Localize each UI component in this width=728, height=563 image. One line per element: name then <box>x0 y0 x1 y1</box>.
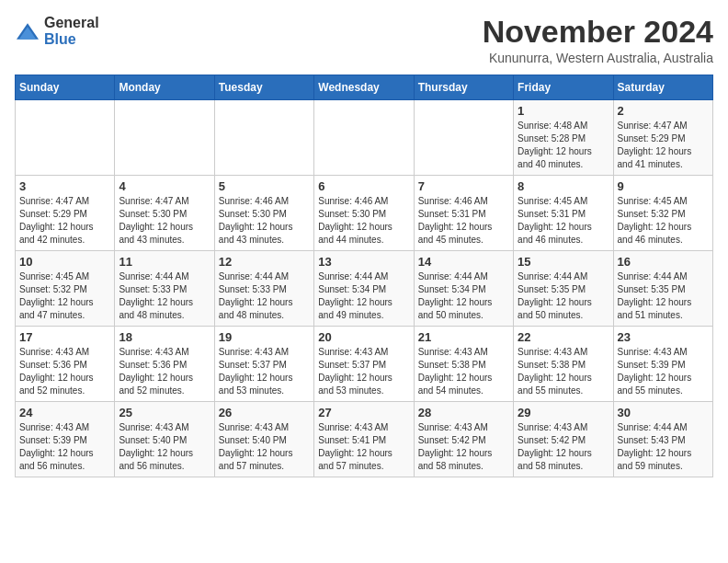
day-number: 5 <box>219 179 310 193</box>
day-number: 17 <box>19 330 110 344</box>
calendar-table: SundayMondayTuesdayWednesdayThursdayFrid… <box>15 75 713 477</box>
page-subtitle: Kununurra, Western Australia, Australia <box>483 51 713 65</box>
calendar-cell: 9Sunrise: 4:45 AM Sunset: 5:32 PM Daylig… <box>613 176 712 251</box>
day-info: Sunrise: 4:43 AM Sunset: 5:42 PM Dayligh… <box>518 421 609 473</box>
day-number: 19 <box>219 330 310 344</box>
calendar-cell: 15Sunrise: 4:44 AM Sunset: 5:35 PM Dayli… <box>514 251 613 327</box>
day-info: Sunrise: 4:47 AM Sunset: 5:29 PM Dayligh… <box>618 120 709 171</box>
calendar-cell: 23Sunrise: 4:43 AM Sunset: 5:39 PM Dayli… <box>613 327 712 402</box>
day-info: Sunrise: 4:48 AM Sunset: 5:28 PM Dayligh… <box>518 120 609 171</box>
day-number: 20 <box>318 330 409 344</box>
day-number: 30 <box>618 406 709 419</box>
day-info: Sunrise: 4:46 AM Sunset: 5:31 PM Dayligh… <box>418 195 509 247</box>
day-info: Sunrise: 4:43 AM Sunset: 5:41 PM Dayligh… <box>318 421 409 473</box>
calendar-cell: 27Sunrise: 4:43 AM Sunset: 5:41 PM Dayli… <box>314 402 414 477</box>
day-info: Sunrise: 4:46 AM Sunset: 5:30 PM Dayligh… <box>219 195 310 247</box>
day-number: 3 <box>19 179 110 193</box>
day-number: 11 <box>119 255 210 269</box>
day-number: 16 <box>618 255 709 269</box>
day-info: Sunrise: 4:44 AM Sunset: 5:33 PM Dayligh… <box>119 270 210 322</box>
weekday-header-tuesday: Tuesday <box>214 75 313 100</box>
day-info: Sunrise: 4:44 AM Sunset: 5:34 PM Dayligh… <box>318 270 409 322</box>
day-number: 29 <box>518 406 609 419</box>
calendar-cell <box>314 100 414 176</box>
day-number: 22 <box>518 330 609 344</box>
day-info: Sunrise: 4:43 AM Sunset: 5:42 PM Dayligh… <box>418 421 509 473</box>
calendar-cell: 10Sunrise: 4:45 AM Sunset: 5:32 PM Dayli… <box>16 251 115 327</box>
weekday-header-thursday: Thursday <box>414 75 513 100</box>
calendar-cell: 29Sunrise: 4:43 AM Sunset: 5:42 PM Dayli… <box>514 402 613 477</box>
logo-icon <box>15 22 40 40</box>
day-number: 4 <box>119 179 210 193</box>
calendar-cell: 18Sunrise: 4:43 AM Sunset: 5:36 PM Dayli… <box>115 327 214 402</box>
day-number: 18 <box>119 330 210 344</box>
day-info: Sunrise: 4:43 AM Sunset: 5:37 PM Dayligh… <box>318 346 409 397</box>
day-info: Sunrise: 4:47 AM Sunset: 5:29 PM Dayligh… <box>19 195 110 247</box>
calendar-cell <box>115 100 214 176</box>
week-row-2: 10Sunrise: 4:45 AM Sunset: 5:32 PM Dayli… <box>16 251 713 327</box>
day-number: 26 <box>219 406 310 419</box>
calendar-cell: 24Sunrise: 4:43 AM Sunset: 5:39 PM Dayli… <box>16 402 115 477</box>
day-number: 27 <box>318 406 409 419</box>
calendar-cell: 8Sunrise: 4:45 AM Sunset: 5:31 PM Daylig… <box>514 176 613 251</box>
day-info: Sunrise: 4:44 AM Sunset: 5:43 PM Dayligh… <box>618 421 709 473</box>
calendar-cell: 5Sunrise: 4:46 AM Sunset: 5:30 PM Daylig… <box>214 176 313 251</box>
day-info: Sunrise: 4:44 AM Sunset: 5:34 PM Dayligh… <box>418 270 509 322</box>
day-info: Sunrise: 4:44 AM Sunset: 5:35 PM Dayligh… <box>618 270 709 322</box>
logo-general: General <box>44 15 99 30</box>
day-number: 7 <box>418 179 509 193</box>
day-info: Sunrise: 4:43 AM Sunset: 5:37 PM Dayligh… <box>219 346 310 397</box>
weekday-header-friday: Friday <box>514 75 613 100</box>
calendar-cell <box>414 100 513 176</box>
page-title: November 2024 <box>483 15 713 49</box>
day-number: 14 <box>418 255 509 269</box>
day-number: 23 <box>618 330 709 344</box>
calendar-cell: 6Sunrise: 4:46 AM Sunset: 5:30 PM Daylig… <box>314 176 414 251</box>
day-info: Sunrise: 4:45 AM Sunset: 5:32 PM Dayligh… <box>19 270 110 322</box>
calendar-cell <box>214 100 313 176</box>
calendar-cell: 13Sunrise: 4:44 AM Sunset: 5:34 PM Dayli… <box>314 251 414 327</box>
day-info: Sunrise: 4:43 AM Sunset: 5:38 PM Dayligh… <box>418 346 509 397</box>
weekday-header-wednesday: Wednesday <box>314 75 414 100</box>
calendar-cell: 4Sunrise: 4:47 AM Sunset: 5:30 PM Daylig… <box>115 176 214 251</box>
calendar-cell: 17Sunrise: 4:43 AM Sunset: 5:36 PM Dayli… <box>16 327 115 402</box>
calendar-cell: 20Sunrise: 4:43 AM Sunset: 5:37 PM Dayli… <box>314 327 414 402</box>
day-number: 2 <box>618 104 709 118</box>
logo-blue: Blue <box>44 31 76 47</box>
header-row: SundayMondayTuesdayWednesdayThursdayFrid… <box>16 75 713 100</box>
week-row-1: 3Sunrise: 4:47 AM Sunset: 5:29 PM Daylig… <box>16 176 713 251</box>
day-info: Sunrise: 4:43 AM Sunset: 5:40 PM Dayligh… <box>219 421 310 473</box>
logo: General Blue <box>15 15 99 48</box>
day-info: Sunrise: 4:43 AM Sunset: 5:36 PM Dayligh… <box>19 346 110 397</box>
day-info: Sunrise: 4:47 AM Sunset: 5:30 PM Dayligh… <box>119 195 210 247</box>
day-number: 28 <box>418 406 509 419</box>
day-info: Sunrise: 4:43 AM Sunset: 5:36 PM Dayligh… <box>119 346 210 397</box>
calendar-cell: 19Sunrise: 4:43 AM Sunset: 5:37 PM Dayli… <box>214 327 313 402</box>
week-row-4: 24Sunrise: 4:43 AM Sunset: 5:39 PM Dayli… <box>16 402 713 477</box>
day-info: Sunrise: 4:43 AM Sunset: 5:39 PM Dayligh… <box>618 346 709 397</box>
day-number: 13 <box>318 255 409 269</box>
calendar-cell: 1Sunrise: 4:48 AM Sunset: 5:28 PM Daylig… <box>514 100 613 176</box>
weekday-header-monday: Monday <box>115 75 214 100</box>
day-number: 10 <box>19 255 110 269</box>
calendar-header: SundayMondayTuesdayWednesdayThursdayFrid… <box>16 75 713 100</box>
weekday-header-sunday: Sunday <box>16 75 115 100</box>
calendar-cell: 11Sunrise: 4:44 AM Sunset: 5:33 PM Dayli… <box>115 251 214 327</box>
day-number: 25 <box>119 406 210 419</box>
title-area: November 2024 Kununurra, Western Austral… <box>483 15 713 65</box>
day-number: 12 <box>219 255 310 269</box>
calendar-cell: 21Sunrise: 4:43 AM Sunset: 5:38 PM Dayli… <box>414 327 513 402</box>
day-number: 21 <box>418 330 509 344</box>
day-number: 15 <box>518 255 609 269</box>
day-info: Sunrise: 4:45 AM Sunset: 5:32 PM Dayligh… <box>618 195 709 247</box>
header: General Blue November 2024 Kununurra, We… <box>15 15 713 65</box>
calendar-cell: 7Sunrise: 4:46 AM Sunset: 5:31 PM Daylig… <box>414 176 513 251</box>
day-number: 8 <box>518 179 609 193</box>
calendar-cell: 12Sunrise: 4:44 AM Sunset: 5:33 PM Dayli… <box>214 251 313 327</box>
day-info: Sunrise: 4:44 AM Sunset: 5:33 PM Dayligh… <box>219 270 310 322</box>
calendar-cell <box>16 100 115 176</box>
calendar-cell: 25Sunrise: 4:43 AM Sunset: 5:40 PM Dayli… <box>115 402 214 477</box>
calendar-cell: 22Sunrise: 4:43 AM Sunset: 5:38 PM Dayli… <box>514 327 613 402</box>
day-info: Sunrise: 4:43 AM Sunset: 5:40 PM Dayligh… <box>119 421 210 473</box>
day-number: 24 <box>19 406 110 419</box>
